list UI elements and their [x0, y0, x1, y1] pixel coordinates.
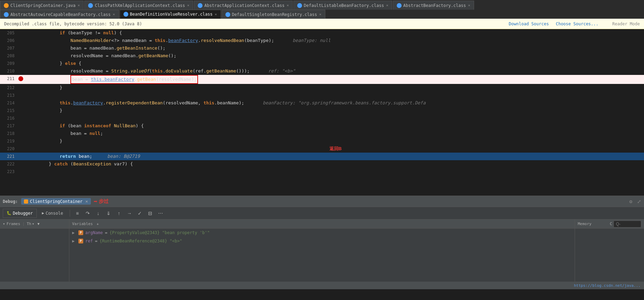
- code-line-209: 209 } else {: [0, 60, 644, 67]
- debug-title: Debug:: [3, 199, 18, 204]
- code-line-205: 205 if (beanType != null) {: [0, 29, 644, 37]
- btn-step-out[interactable]: ↑: [114, 209, 123, 218]
- debug-header: Debug: ClientSpringContainer × ➡ 步过 ⚙ ⤢: [0, 196, 644, 207]
- var-val-ref: {RuntimeBeanReference@2348} "<b>": [100, 239, 182, 243]
- code-line-215: 215 }: [0, 107, 644, 114]
- code-area: 205 if (beanType != null) { 206 NamedBea…: [0, 29, 644, 196]
- code-line-208: 208 resolvedName = namedBean.getBeanName…: [0, 52, 644, 60]
- debug-toolbar: 🐛 Debugger ▶ Console ≡ ↷ ↓ ⇓ ↑ → ✓ ⊟ ⋯: [0, 207, 644, 220]
- frames-panel: ▾ Frames | Th ▾ ▼: [0, 220, 69, 282]
- class-icon: [123, 12, 128, 17]
- tab-close-1[interactable]: ×: [78, 3, 80, 8]
- threads-chevron-icon: ▾: [32, 222, 34, 226]
- memory-search-input[interactable]: [613, 221, 641, 228]
- tab-close-4[interactable]: ×: [386, 3, 388, 8]
- status-bar: https://blog.csdn.net/java...: [0, 282, 644, 289]
- var-expand-argname[interactable]: ▶: [72, 230, 77, 235]
- btn-force-step-into[interactable]: ⇓: [104, 209, 113, 218]
- status-url: https://blog.csdn.net/java...: [574, 283, 641, 288]
- step-label: 步过: [99, 198, 109, 205]
- code-line-210: 210 resolvedName = String.valueOf(this.d…: [0, 67, 644, 75]
- debug-settings-btn[interactable]: ⚙ ⤢: [629, 199, 641, 204]
- tab-close-6[interactable]: ×: [113, 12, 115, 17]
- tab-abstract-bean-factory[interactable]: AbstractBeanFactory.class ×: [393, 1, 474, 10]
- debug-close[interactable]: ×: [85, 199, 88, 204]
- btn-more[interactable]: ⋯: [156, 209, 165, 218]
- tab-close-2[interactable]: ×: [187, 3, 190, 8]
- tab-close-5[interactable]: ×: [468, 3, 470, 8]
- code-line-217: 217 if (bean instanceof NullBean) {: [0, 122, 644, 130]
- code-line-206: 206 NamedBeanHolder<?> namedBean = this.…: [0, 37, 644, 44]
- tab-bar-row1: ClientSpringContainer.java × ClassPathXm…: [0, 0, 644, 19]
- breakpoint-dot[interactable]: [18, 76, 23, 81]
- class-icon: [4, 12, 9, 17]
- variables-header: Variables +: [69, 220, 575, 229]
- memory-header: Memory C: [575, 220, 644, 229]
- btn-trace[interactable]: ⊟: [146, 209, 155, 218]
- var-val-argname: {PropertyValue@2343} "bean property 'b'": [110, 230, 210, 235]
- class-icon: [198, 3, 203, 8]
- code-line-214: 214 this.beanFactory.registerDependentBe…: [0, 99, 644, 107]
- tab-abstract-autowire[interactable]: AbstractAutowireCapableBeanFactory.class…: [0, 10, 119, 19]
- code-line-223: 223: [0, 168, 644, 175]
- tab-default-listable[interactable]: DefaultListableBeanFactory.class ×: [293, 1, 392, 10]
- debug-panel: Debug: ClientSpringContainer × ➡ 步过 ⚙ ⤢ …: [0, 196, 644, 289]
- btn-evaluate[interactable]: ✓: [135, 209, 144, 218]
- tab-console[interactable]: ▶ Console: [38, 209, 67, 218]
- code-line-221: 221 return bean; bean: B@2719: [0, 153, 644, 160]
- code-line-211: 211 bean = this.beanFactory.getBean(reso…: [0, 75, 644, 84]
- tab-close-7[interactable]: ×: [215, 12, 217, 17]
- toolbar-separator: [70, 210, 70, 217]
- frames-chevron: ▾: [3, 222, 5, 226]
- var-eq-2: =: [95, 239, 97, 243]
- class-icon: [225, 12, 230, 17]
- tab-debugger[interactable]: 🐛 Debugger: [3, 209, 37, 218]
- decompiled-info: Decompiled .class file, bytecode version…: [4, 22, 142, 26]
- class-icon: [397, 3, 402, 8]
- var-row-argname: ▶ P argName = {PropertyValue@2343} "bean…: [69, 229, 575, 237]
- download-sources-link[interactable]: Download Sources: [509, 22, 549, 26]
- tab-abstract-app-context[interactable]: AbstractApplicationContext.class ×: [194, 1, 293, 10]
- tab-close-3[interactable]: ×: [286, 3, 289, 8]
- code-line-220: 220 返回B: [0, 145, 644, 153]
- var-name-ref: ref: [85, 239, 93, 243]
- var-icon-p2: P: [78, 239, 83, 243]
- memory-panel: Memory C: [575, 220, 644, 282]
- reader-mode-btn[interactable]: Reader Mode: [612, 22, 640, 26]
- code-line-216: 216: [0, 114, 644, 122]
- tab-default-singleton-bean-registry[interactable]: DefaultSingletonBeanRegistry.class ×: [222, 10, 325, 19]
- info-bar: Decompiled .class file, bytecode version…: [0, 19, 644, 29]
- code-line-207: 207 bean = namedBean.getBeanInstance();: [0, 44, 644, 52]
- btn-step-into[interactable]: ↓: [94, 209, 103, 218]
- memory-controls: C: [610, 221, 641, 228]
- tab-bean-definition-value-resolver[interactable]: BeanDefinitionValueResolver.class ×: [120, 10, 221, 19]
- code-line-212: 212 }: [0, 84, 644, 92]
- btn-show-execution-point[interactable]: ≡: [73, 209, 82, 218]
- tab-client-spring-container[interactable]: ClientSpringContainer.java ×: [0, 1, 84, 10]
- code-line-213: 213: [0, 92, 644, 99]
- choose-sources-link[interactable]: Choose Sources...: [556, 22, 599, 26]
- info-links: Download Sources Choose Sources... Reade…: [509, 22, 640, 26]
- code-line-219: 219 }: [0, 137, 644, 145]
- debug-session: ClientSpringContainer: [30, 199, 83, 204]
- btn-run-to-cursor[interactable]: →: [125, 209, 134, 218]
- frames-header: ▾ Frames | Th ▾ ▼: [0, 220, 69, 229]
- var-eq-1: =: [105, 230, 108, 235]
- var-expand-ref[interactable]: ▶: [72, 239, 77, 243]
- code-line-218: 218 bean = null;: [0, 130, 644, 137]
- variables-panel: Variables + ▶ P argName = {PropertyValue…: [69, 220, 575, 282]
- var-row-ref: ▶ P ref = {RuntimeBeanReference@2348} "<…: [69, 237, 575, 245]
- add-watch-btn[interactable]: +: [95, 221, 101, 227]
- var-icon-p: P: [78, 230, 83, 235]
- class-icon: [297, 3, 302, 8]
- btn-step-over[interactable]: ↷: [83, 209, 92, 218]
- tab-close-8[interactable]: ×: [319, 12, 321, 17]
- code-line-222: 222 } catch (BeansException var7) {: [0, 160, 644, 168]
- step-arrow-icon: ➡: [94, 198, 97, 205]
- java-icon: [4, 3, 9, 8]
- var-name-argname: argName: [85, 230, 103, 235]
- debug-content: ▾ Frames | Th ▾ ▼ Variables + ▶ P argNam…: [0, 220, 644, 282]
- tab-classpathxml[interactable]: ClassPathXmlApplicationContext.class ×: [84, 1, 193, 10]
- filter-btn[interactable]: ▼: [36, 221, 41, 227]
- class-icon: [88, 3, 93, 8]
